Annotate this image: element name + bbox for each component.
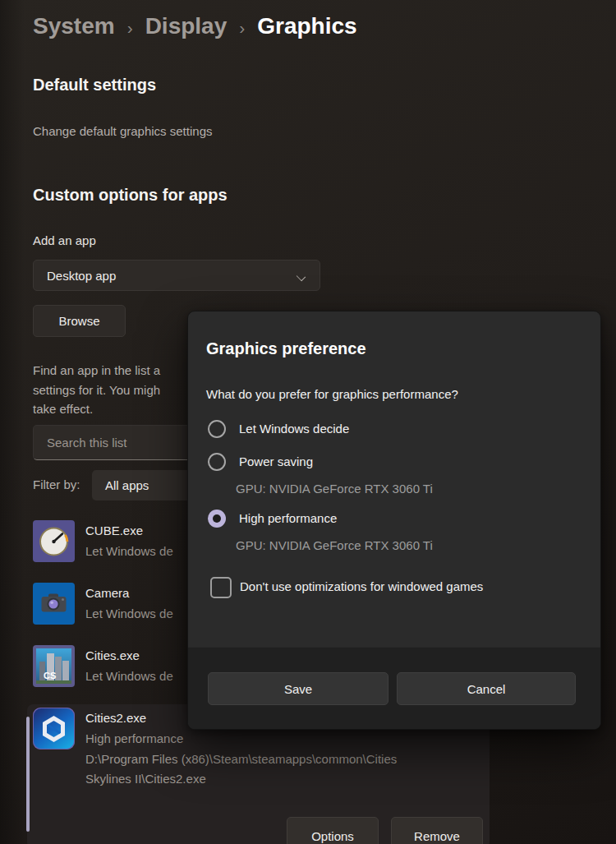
cancel-button[interactable]: Cancel: [397, 672, 576, 705]
change-default-graphics-link[interactable]: Change default graphics settings: [33, 124, 212, 138]
radio-power-saving[interactable]: [208, 453, 226, 471]
breadcrumb: System › Display › Graphics: [33, 13, 357, 39]
graphics-settings-page: System › Display › Graphics Default sett…: [0, 0, 616, 844]
filter-by-label: Filter by:: [33, 477, 80, 491]
radio-let-windows-decide[interactable]: [208, 420, 226, 438]
app-type-dropdown[interactable]: Desktop app: [33, 260, 320, 291]
radio-power-saving-label[interactable]: Power saving: [239, 454, 313, 468]
gauge-icon: [33, 520, 75, 562]
app-name: Camera: [85, 586, 129, 600]
custom-options-heading: Custom options for apps: [33, 186, 228, 205]
breadcrumb-graphics: Graphics: [257, 13, 356, 39]
app-name: Cities2.exe: [85, 711, 146, 725]
radio-high-performance-label[interactable]: High performance: [239, 511, 337, 525]
breadcrumb-chevron-icon: ›: [239, 16, 245, 38]
camera-icon: [33, 583, 75, 625]
dialog-title: Graphics preference: [206, 339, 366, 358]
app-list-description-line3: take effect.: [33, 402, 93, 416]
high-performance-gpu-label: GPU: NVIDIA GeForce RTX 3060 Ti: [236, 538, 433, 552]
windowed-games-checkbox-label[interactable]: Don't use optimizations for windowed gam…: [240, 579, 483, 593]
app-list-description-line2: settings for it. You migh: [33, 383, 160, 397]
power-saving-gpu-label: GPU: NVIDIA GeForce RTX 3060 Ti: [236, 482, 433, 496]
radio-high-performance[interactable]: [208, 510, 226, 528]
dialog-footer: Save Cancel: [188, 647, 600, 729]
options-button[interactable]: Options: [287, 817, 379, 844]
app-preference: Let Windows de: [85, 669, 173, 683]
breadcrumb-chevron-icon: ›: [127, 16, 133, 38]
svg-text:CS: CS: [44, 671, 56, 680]
app-name: Cities.exe: [85, 648, 140, 662]
browse-button[interactable]: Browse: [33, 305, 126, 337]
windowed-games-checkbox[interactable]: [210, 577, 232, 598]
breadcrumb-display[interactable]: Display: [145, 13, 228, 39]
selection-indicator: [26, 717, 30, 832]
city-skyline-icon: CS: [33, 645, 75, 687]
radio-let-windows-decide-label[interactable]: Let Windows decide: [239, 422, 349, 436]
app-path-line2: Skylines II\Cities2.exe: [85, 772, 206, 786]
graphics-preference-dialog: Graphics preference What do you prefer f…: [187, 311, 601, 730]
app-name: CUBE.exe: [85, 523, 143, 537]
remove-button[interactable]: Remove: [391, 817, 483, 844]
add-an-app-label: Add an app: [33, 233, 96, 247]
filter-dropdown-value: All apps: [105, 478, 149, 492]
app-preference: High performance: [85, 731, 183, 745]
app-list-description-line1: Find an app in the list a: [33, 363, 160, 377]
default-settings-heading: Default settings: [33, 76, 156, 95]
app-path-line1: D:\Program Files (x86)\Steam\steamapps\c…: [85, 752, 397, 766]
app-preference: Let Windows de: [85, 606, 173, 620]
app-preference: Let Windows de: [85, 544, 173, 558]
window-edge-shade: [0, 0, 25, 844]
chevron-down-icon: [297, 271, 306, 280]
cs2-hexagon-icon: [33, 708, 75, 749]
save-button[interactable]: Save: [208, 672, 388, 705]
breadcrumb-system[interactable]: System: [33, 13, 115, 39]
dialog-question: What do you prefer for graphics performa…: [206, 387, 458, 401]
app-type-dropdown-value: Desktop app: [47, 269, 116, 283]
